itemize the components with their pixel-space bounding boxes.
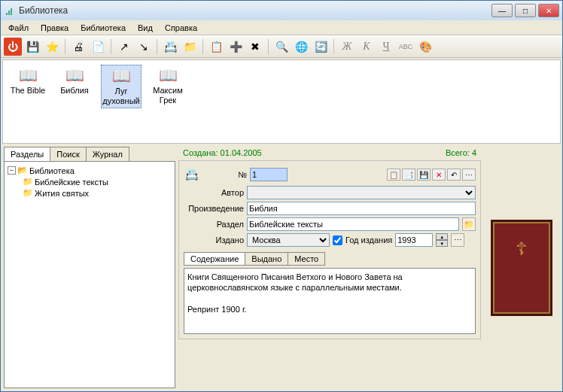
import-icon[interactable]: ↘ [135,38,153,56]
print-icon[interactable]: 🖨 [69,38,87,56]
menubar: Файл Правка Библиотека Вид Справка [1,20,562,35]
tab-search[interactable]: Поиск [50,147,86,161]
author-select[interactable] [247,186,476,199]
subtab-place[interactable]: Место [288,252,325,266]
total-status: Всего: 4 [446,148,476,157]
export-icon[interactable]: ↗ [115,38,133,56]
book-item-selected[interactable]: 📖 Луг духовный [101,65,142,108]
card-icon[interactable]: 📇 [184,166,199,184]
num-label: № [202,170,247,179]
description-box[interactable]: Книги Священного Писания Ветхого и Новог… [184,268,476,334]
tree-child[interactable]: 📁 Библейские тексты [23,176,172,187]
mini-delete-icon[interactable]: ✕ [432,169,446,181]
italic-icon[interactable]: К [358,38,376,56]
folder-icon: 📁 [23,177,33,187]
menu-edit[interactable]: Правка [38,22,72,34]
tree-child[interactable]: 📁 Жития святых [23,187,172,199]
year-checkbox[interactable] [333,236,342,245]
star-icon[interactable]: ⭐ [43,38,61,56]
refresh-icon[interactable]: 🔄 [312,38,330,56]
search-icon[interactable]: 🔍 [272,38,291,56]
card-icon[interactable]: 📇 [161,38,179,56]
mini-undo-icon[interactable]: ↶ [447,169,461,181]
mini-more-icon[interactable]: ⋯ [462,169,476,181]
tree-label: Жития святых [35,189,89,198]
work-label: Произведение [184,204,244,213]
toolbar: ⏻ 💾 ⭐ 🖨 📄 ↗ ↘ 📇 📁 📋 ➕ ✖ 🔍 🌐 🔄 Ж К Ч ABC … [1,35,562,58]
globe-icon[interactable]: 🌐 [292,38,310,56]
browse-folder-icon[interactable]: 📁 [462,217,476,231]
close-button[interactable]: ✕ [538,4,559,17]
window-title: Библиотека [19,5,491,16]
work-input[interactable] [247,202,476,215]
tree-label: Библейские тексты [35,178,108,187]
svg-rect-0 [6,13,8,15]
year-browse-icon[interactable]: ⋯ [451,233,464,247]
app-icon [4,5,16,17]
add-icon[interactable]: ➕ [227,38,245,56]
collapse-icon[interactable]: − [8,166,16,175]
print-preview-icon[interactable]: 📄 [89,38,107,56]
tab-sections[interactable]: Разделы [4,147,50,161]
created-status: Создана: 01.04.2005 [183,148,262,157]
stop-icon[interactable]: ⏻ [4,38,22,56]
spin-down-icon[interactable]: ▼ [436,240,448,247]
folder-icon[interactable]: 📁 [181,38,199,56]
bold-icon[interactable]: Ж [338,38,356,56]
menu-view[interactable]: Вид [135,22,156,34]
folder-icon: 📁 [23,188,33,198]
tree-view[interactable]: − 📂 Библиотека 📁 Библейские тексты 📁 Жит… [4,161,175,388]
year-input[interactable] [395,233,433,247]
new-icon[interactable]: 📋 [207,38,225,56]
cross-icon: ☦ [516,239,528,260]
bookshelf: 📖 The Bible 📖 Библия 📖 Луг духовный 📖 Ма… [2,59,561,144]
folder-open-icon: 📂 [17,166,28,175]
left-panel: Разделы Поиск Журнал − 📂 Библиотека 📁 Би… [4,147,175,388]
book-item[interactable]: 📖 Библия [54,65,95,97]
left-tabs: Разделы Поиск Журнал [4,147,175,161]
palette-icon[interactable]: 🎨 [416,38,434,56]
menu-library[interactable]: Библиотека [78,22,129,34]
num-input[interactable] [250,168,288,181]
delete-icon[interactable]: ✖ [246,38,264,56]
row-toolbar: 📋 📑 💾 ✕ ↶ ⋯ [387,169,476,181]
book-icon: 📖 [65,66,84,84]
maximize-button[interactable]: □ [515,4,536,17]
book-icon: 📖 [159,66,178,84]
book-item[interactable]: 📖 The Bible [8,65,48,97]
status-line: Создана: 01.04.2005 Всего: 4 [178,147,481,159]
section-input[interactable] [247,217,459,231]
book-label: Луг духовный [102,87,139,106]
author-label: Автор [184,188,244,197]
detail-panel: Создана: 01.04.2005 Всего: 4 📇 № 📋 📑 💾 ✕… [178,147,481,388]
menu-help[interactable]: Справка [162,22,200,34]
window-buttons: — □ ✕ [491,4,559,17]
published-select[interactable]: Москва [247,233,330,247]
spellcheck-icon[interactable]: ABC [397,38,415,56]
form-area: 📇 № 📋 📑 💾 ✕ ↶ ⋯ Автор [178,160,481,339]
mini-copy-icon[interactable]: 📑 [402,169,415,181]
underline-icon[interactable]: Ч [377,38,395,56]
mini-new-icon[interactable]: 📋 [387,169,400,181]
tree-label: Библиотека [29,166,75,175]
subtab-content[interactable]: Содержание [184,252,245,266]
spin-up-icon[interactable]: ▲ [436,233,448,240]
book-item[interactable]: 📖 Максим Грек [148,65,188,107]
book-label: The Bible [11,86,45,96]
app-window: Библиотека — □ ✕ Файл Правка Библиотека … [0,0,563,392]
save-icon[interactable]: 💾 [23,38,41,56]
section-label: Раздел [184,220,244,229]
tree-root[interactable]: − 📂 Библиотека [8,165,172,176]
tab-journal[interactable]: Журнал [86,147,129,161]
svg-rect-2 [11,8,12,15]
year-label: Год издания [345,236,392,245]
book-cover[interactable]: ☦ [491,220,552,316]
sub-tabs: Содержание Выдано Место [184,252,476,266]
minimize-button[interactable]: — [491,4,513,17]
book-icon: 📖 [19,66,38,84]
subtab-issued[interactable]: Выдано [245,252,288,266]
lower-pane: Разделы Поиск Журнал − 📂 Библиотека 📁 Би… [1,145,562,391]
mini-save-icon[interactable]: 💾 [417,169,431,181]
menu-file[interactable]: Файл [5,22,32,34]
book-label: Библия [60,86,89,96]
